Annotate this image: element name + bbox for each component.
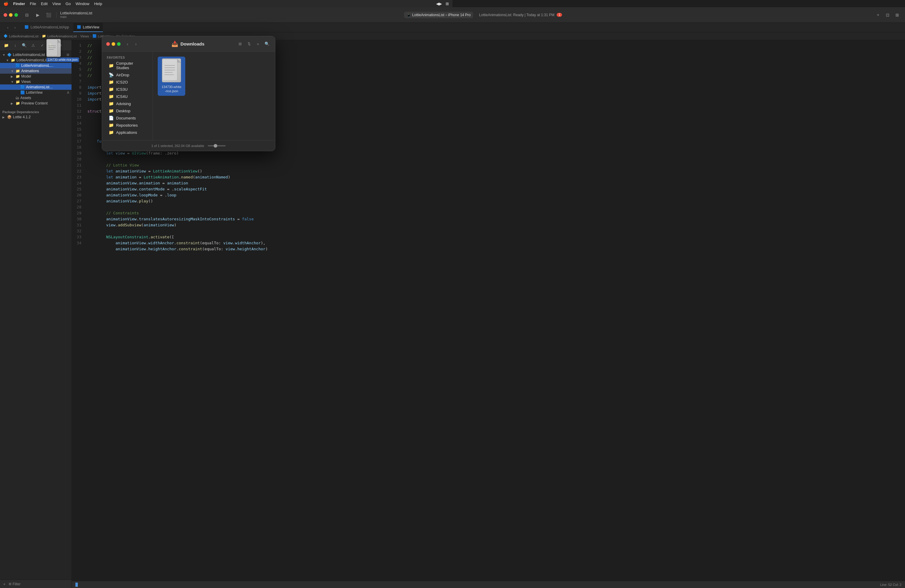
finder-main: 134730-white-rice.json bbox=[153, 52, 275, 140]
sidebar-content: ▼ 🔷 LottieAnimationsList M ▼ 📁 LottieAni… bbox=[0, 51, 71, 294]
package-deps-header: Package Dependencies bbox=[0, 110, 71, 114]
toolbar: ⊟ ▶ ⬛ LottieAnimationsList main 📱 Lottie… bbox=[0, 7, 452, 23]
breadcrumb-xcode-icon: 🔷 bbox=[3, 34, 8, 38]
package-deps-section: Package Dependencies ▶ 📦 Lottie 4.1.2 bbox=[0, 110, 71, 120]
finder-title-text: Downloads bbox=[181, 41, 205, 46]
menu-help[interactable]: Help bbox=[94, 2, 102, 6]
menu-finder[interactable]: Finder bbox=[13, 2, 25, 6]
sidebar-item-model[interactable]: ▶ 📁 Model bbox=[0, 74, 71, 79]
more-options-button[interactable]: » bbox=[254, 40, 262, 48]
finder-minimize-button[interactable] bbox=[112, 42, 115, 46]
nav-forward[interactable]: › bbox=[12, 25, 18, 30]
menu-view[interactable]: View bbox=[52, 2, 61, 6]
project-branch: main bbox=[60, 15, 67, 19]
sidebar: 📁 ↕ 🔍 ⚠ ✓ 🐛 ⚙ ▼ 🔷 LottieAnimationsList M… bbox=[0, 40, 72, 294]
swift-active-icon: 🟦 bbox=[77, 25, 81, 29]
stop-button[interactable]: ⬛ bbox=[44, 11, 53, 19]
sidebar-item-lottie-dep[interactable]: ▶ 📦 Lottie 4.1.2 bbox=[0, 114, 71, 120]
tab-bar: ‹ › 🟦 LottieAnimationsListApp 🟦 LottieVi… bbox=[0, 23, 452, 32]
sort-button[interactable]: ⇅ bbox=[245, 40, 253, 48]
finder-status-bar: 1 of 1 selected, 262.04 GB available bbox=[102, 140, 275, 151]
finder-file-item[interactable]: 134730-white-rice.json bbox=[158, 57, 185, 96]
sidebar-airdrop[interactable]: 📡 AirDrop bbox=[104, 71, 151, 78]
close-button[interactable] bbox=[3, 13, 7, 17]
line-numbers: 12345 678910 1112131415 1617181920 21222… bbox=[72, 40, 84, 294]
airdrop-icon: 📡 bbox=[109, 72, 114, 77]
nav-back[interactable]: ‹ bbox=[5, 25, 11, 30]
sidebar-vcs-btn[interactable]: ↕ bbox=[11, 41, 19, 49]
menu-edit[interactable]: Edit bbox=[41, 2, 48, 6]
finder-toolbar: ‹ › 📥 Downloads ⊞ ⇅ » 🔍 bbox=[102, 36, 275, 52]
finder-close-button[interactable] bbox=[106, 42, 110, 46]
sidebar-ics4u[interactable]: 📁 ICS4U bbox=[104, 93, 151, 100]
breadcrumb-views[interactable]: Views bbox=[80, 35, 89, 38]
sidebar-ics2o[interactable]: 📁 ICS2O bbox=[104, 78, 151, 86]
finder-sidebar: Favorites 📁 Computer Studies 📡 AirDrop 📁… bbox=[102, 52, 153, 140]
sidebar-tests-btn[interactable]: ✓ bbox=[38, 41, 46, 49]
nav-buttons: ‹ › bbox=[2, 23, 21, 32]
sidebar-build-btn[interactable]: ⚙ bbox=[56, 41, 64, 49]
zoom-slider[interactable] bbox=[208, 145, 225, 146]
documents-icon: 📄 bbox=[109, 116, 114, 120]
zoom-slider-thumb[interactable] bbox=[214, 144, 217, 148]
sidebar-desktop[interactable]: 📁 Desktop bbox=[104, 107, 151, 114]
disclosure-icon: ▼ bbox=[2, 53, 6, 57]
file-label: 134730-white-rice.json bbox=[159, 84, 183, 94]
finder-search-button[interactable]: 🔍 bbox=[263, 40, 271, 48]
sidebar-toggle-button[interactable]: ⊟ bbox=[23, 11, 31, 19]
scheme-selector[interactable]: 📱 LottieAnimationsList › iPhone 14 Pro bbox=[404, 12, 452, 18]
finder-nav: ‹ › bbox=[124, 40, 140, 48]
json-file-icon bbox=[162, 58, 181, 82]
sidebar-item-views[interactable]: ▼ 📁 Views bbox=[0, 79, 71, 84]
sidebar-search-btn[interactable]: 🔍 bbox=[21, 41, 28, 49]
grid-view-button[interactable]: ⊞ bbox=[236, 40, 244, 48]
finder-back-button[interactable]: ‹ bbox=[124, 40, 132, 48]
sidebar-ics3u[interactable]: 📁 ICS3U bbox=[104, 86, 151, 93]
toolbar-separator bbox=[56, 12, 57, 18]
tab-lottieanimationslistapp[interactable]: 🟦 LottieAnimationsListApp bbox=[21, 23, 73, 32]
desktop-icon: 📁 bbox=[109, 108, 114, 113]
favorites-section: Favorites 📁 Computer Studies 📡 AirDrop 📁… bbox=[102, 56, 152, 136]
finder-forward-button[interactable]: › bbox=[132, 40, 140, 48]
sidebar-folder-btn[interactable]: 📁 bbox=[2, 41, 10, 49]
svg-rect-6 bbox=[162, 59, 177, 81]
traffic-lights bbox=[3, 13, 18, 17]
breadcrumb-folder-icon: 📁 bbox=[42, 34, 46, 38]
sidebar-repositories[interactable]: 📁 Repositories bbox=[104, 122, 151, 129]
sidebar-item-animations[interactable]: ▼ 📁 Animations bbox=[0, 68, 71, 74]
sidebar-issues-btn[interactable]: ⚠ bbox=[29, 41, 37, 49]
apple-logo[interactable]: 🍎 bbox=[3, 2, 8, 6]
sidebar-toolbar: 📁 ↕ 🔍 ⚠ ✓ 🐛 ⚙ bbox=[0, 40, 71, 51]
sidebar-item-preview-content[interactable]: ▶ 📁 Preview Content bbox=[0, 100, 71, 106]
sidebar-advising[interactable]: 📁 Advising bbox=[104, 100, 151, 107]
sidebar-item-animationslist[interactable]: 🟦 AnimationsList… bbox=[0, 84, 71, 90]
sidebar-documents[interactable]: 📄 Documents bbox=[104, 114, 151, 122]
menu-bar: 🍎 Finder File Edit View Go Window Help ◀… bbox=[0, 0, 452, 7]
sidebar-computer-studies[interactable]: 📁 Computer Studies bbox=[104, 60, 151, 71]
sidebar-item-lottie-root[interactable]: ▼ 🔷 LottieAnimationsList M bbox=[0, 52, 71, 57]
finder-title: 📥 Downloads bbox=[143, 41, 233, 47]
sidebar-item-lottieanimationslist-file[interactable]: 🟦 LottieAnimationsL… bbox=[0, 63, 71, 68]
menu-go[interactable]: Go bbox=[65, 2, 71, 6]
menu-window[interactable]: Window bbox=[75, 2, 89, 6]
menu-file[interactable]: File bbox=[30, 2, 36, 6]
breadcrumb-group[interactable]: LottieAnimationsList bbox=[47, 35, 76, 38]
project-info: LottieAnimationsList main bbox=[60, 11, 92, 19]
sidebar-item-lottie-group[interactable]: ▼ 📁 LottieAnimationsList bbox=[0, 57, 71, 63]
sidebar-item-lottieview[interactable]: 🟦 LottieView A bbox=[0, 90, 71, 95]
breadcrumb-project[interactable]: LottieAnimationsList bbox=[9, 35, 38, 38]
sidebar-item-assets[interactable]: 🗂 Assets bbox=[0, 95, 71, 100]
minimize-button[interactable] bbox=[9, 13, 13, 17]
zoom-button[interactable] bbox=[14, 13, 18, 17]
tab-lottieview[interactable]: 🟦 LottieView bbox=[73, 23, 103, 32]
sidebar-applications[interactable]: 📁 Applications bbox=[104, 129, 151, 136]
finder-view-buttons: ⊞ ⇅ » 🔍 bbox=[236, 40, 271, 48]
run-button[interactable]: ▶ bbox=[33, 11, 42, 19]
sidebar-debug-btn[interactable]: 🐛 bbox=[47, 41, 55, 49]
favorites-header: Favorites bbox=[102, 56, 152, 60]
menu-bar-right: ◀▶ ⊞ bbox=[436, 2, 449, 6]
finder-status-text: 1 of 1 selected, 262.04 GB available bbox=[151, 144, 205, 148]
repositories-icon: 📁 bbox=[109, 123, 114, 127]
finder-window: ‹ › 📥 Downloads ⊞ ⇅ » 🔍 Favorites 📁 Comp… bbox=[102, 36, 275, 151]
finder-zoom-button[interactable] bbox=[117, 42, 121, 46]
